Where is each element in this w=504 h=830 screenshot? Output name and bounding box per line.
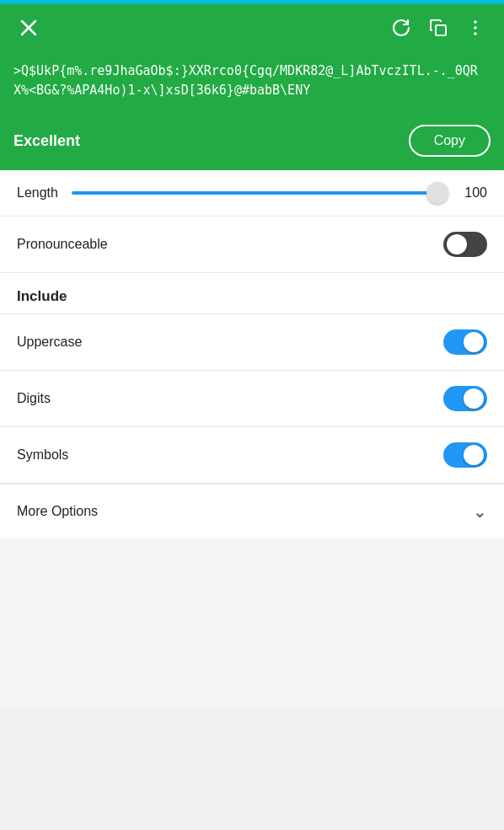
- close-button[interactable]: [13, 13, 44, 43]
- uppercase-label: Uppercase: [17, 335, 82, 350]
- pronounceable-toggle-thumb: [447, 234, 467, 254]
- password-footer: Excellent Copy: [0, 116, 504, 170]
- length-slider-container: 100: [72, 185, 487, 201]
- pronounceable-label: Pronounceable: [17, 237, 108, 252]
- password-display-area: >Q$UkP{m%.re9JhaGaOb$:}XXRrco0{Cgq/MDKR8…: [0, 51, 504, 116]
- uppercase-row: Uppercase: [0, 314, 504, 371]
- more-options-row[interactable]: More Options ⌄: [0, 484, 504, 538]
- empty-area: [0, 538, 504, 707]
- symbols-toggle-thumb: [464, 445, 484, 465]
- digits-row: Digits: [0, 371, 504, 427]
- svg-point-4: [474, 26, 477, 29]
- chevron-down-icon: ⌄: [473, 501, 487, 522]
- digits-label: Digits: [17, 391, 51, 406]
- include-header: Include: [0, 273, 504, 314]
- copy-icon-button[interactable]: [423, 13, 453, 43]
- length-row: Length 100: [0, 170, 504, 217]
- svg-point-3: [474, 20, 477, 24]
- more-options-label: More Options: [17, 504, 98, 519]
- menu-button[interactable]: [460, 13, 491, 43]
- strength-label: Excellent: [13, 132, 80, 150]
- settings-panel: Length 100 Pronounceable Include Upperca…: [0, 170, 504, 484]
- symbols-row: Symbols: [0, 427, 504, 484]
- refresh-button[interactable]: [386, 13, 416, 43]
- copy-button[interactable]: Copy: [409, 125, 491, 157]
- pronounceable-toggle[interactable]: [443, 232, 487, 257]
- symbols-toggle[interactable]: [443, 442, 487, 468]
- pronounceable-row: Pronounceable: [0, 217, 504, 273]
- digits-toggle[interactable]: [443, 386, 487, 411]
- uppercase-toggle-thumb: [464, 332, 484, 352]
- toolbar: [0, 4, 504, 51]
- length-value: 100: [457, 185, 487, 201]
- svg-point-5: [474, 32, 477, 35]
- digits-toggle-thumb: [464, 388, 484, 409]
- length-label: Length: [17, 185, 58, 201]
- length-slider-track[interactable]: [72, 191, 447, 195]
- length-slider-thumb[interactable]: [426, 182, 448, 204]
- uppercase-toggle[interactable]: [443, 329, 487, 355]
- svg-rect-2: [436, 25, 446, 35]
- password-text: >Q$UkP{m%.re9JhaGaOb$:}XXRrco0{Cgq/MDKR8…: [13, 62, 491, 99]
- symbols-label: Symbols: [17, 447, 68, 463]
